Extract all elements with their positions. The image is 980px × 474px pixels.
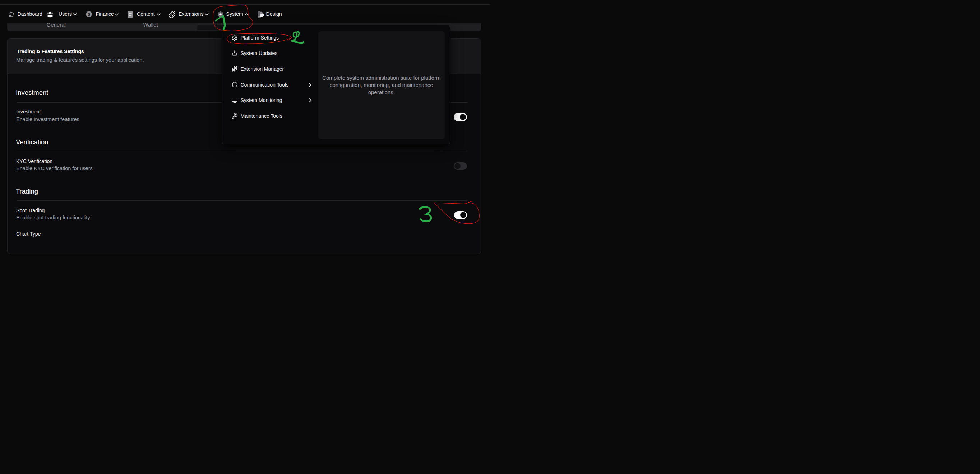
svg-text:$: $ [88,12,90,16]
